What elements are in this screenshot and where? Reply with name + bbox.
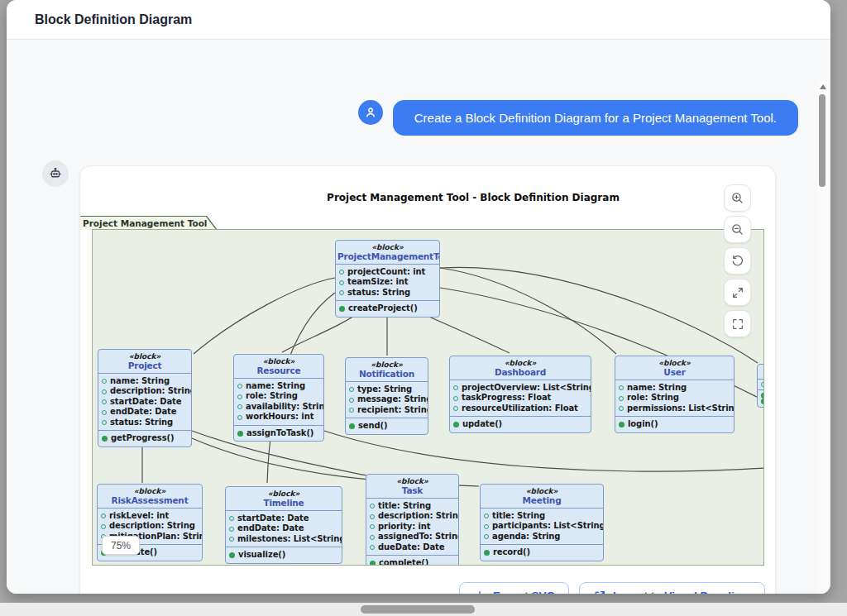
block-header: «block»Task (366, 475, 458, 499)
op-bullet-icon (102, 436, 108, 442)
attr-bullet-icon (484, 513, 489, 518)
operation-row: visualize() (229, 550, 338, 561)
attr-bullet-icon (370, 535, 375, 540)
op-bullet-icon (237, 431, 243, 437)
operation-row: record() (484, 547, 600, 558)
attr-bullet-icon (102, 379, 107, 384)
dialog-body: Create a Block Definition Diagram for a … (7, 40, 830, 594)
attribute-row: resourceUtilization: Float (453, 404, 587, 414)
attribute-row: permissions: List<String> (619, 404, 730, 414)
block-Dashboard[interactable]: «block»DashboardprojectOverview: List<St… (449, 356, 591, 433)
attribute-row: title: String (484, 511, 600, 522)
robot-icon (48, 166, 63, 181)
op-bullet-icon (453, 422, 459, 427)
attribute-row-label: endDate: Date (237, 523, 304, 534)
block-User[interactable]: «block»Username: Stringrole: Stringpermi… (615, 356, 735, 433)
attr-bullet-icon (237, 394, 242, 399)
attribute-row-label: riskLevel: int (109, 511, 169, 522)
block-ops-section: getProgress() (98, 430, 191, 446)
attribute-row-label: description: String (109, 521, 195, 532)
zoom-out-icon (730, 222, 744, 236)
attribute-row: status: String (102, 418, 188, 428)
diagram-tab[interactable]: Project Management Tool (79, 216, 218, 230)
block-stereotype: «block» (227, 489, 340, 498)
user-message-bubble: Create a Block Definition Diagram for a … (393, 100, 798, 136)
scrollbar-up-arrow[interactable] (820, 84, 826, 89)
attribute-row: name: String (102, 376, 188, 387)
zoom-in-button[interactable] (724, 184, 751, 212)
block-Task[interactable]: «block»Tasktitle: Stringdescription: Str… (366, 474, 459, 566)
block-attrs-section: type: Stringmessage: Stringrecipient: St… (346, 382, 428, 418)
attribute-row-label: status: String (347, 288, 410, 298)
block-name: Timeline (227, 498, 340, 509)
export-svg-button[interactable]: Export SVG (459, 582, 569, 594)
attr-bullet-icon (484, 524, 489, 529)
attribute-row (761, 382, 764, 387)
attribute-row: description: String (101, 521, 199, 532)
attr-bullet-icon (102, 399, 107, 404)
attribute-row-label: availability: String (246, 402, 324, 413)
attr-bullet-icon (349, 387, 354, 392)
attribute-row-label: type: String (357, 384, 412, 395)
attribute-row-label: role: String (246, 391, 298, 402)
attr-bullet-icon (339, 290, 344, 295)
attribute-row: milestones: List<String> (229, 534, 338, 545)
attribute-row-label: startDate: Date (110, 397, 181, 408)
attribute-row-label: description: String (378, 511, 459, 522)
diagram-canvas[interactable]: «block»ProjectManagementToolprojectCount… (92, 229, 764, 566)
block-name: User (617, 367, 732, 378)
import-visual-paradigm-button[interactable]: Import to Visual Paradigm (579, 582, 765, 594)
user-avatar (358, 100, 383, 125)
attribute-row-label: participants: List<String> (492, 521, 604, 532)
block-name: Resource (236, 365, 322, 376)
expand-button[interactable] (724, 279, 751, 306)
attribute-row: description: String (370, 511, 455, 522)
op-bullet-icon (349, 423, 355, 429)
attr-bullet-icon (237, 384, 242, 389)
attribute-row-label: workHours: int (246, 412, 313, 423)
bot-message-row (42, 160, 69, 187)
block-Project[interactable]: «block»Projectname: Stringdescription: S… (98, 349, 192, 447)
block-ops-section (758, 389, 764, 407)
block-Notification[interactable]: «block»Notificationtype: Stringmessage: … (345, 357, 428, 435)
attribute-row: projectOverview: List<String> (453, 383, 587, 394)
block-attrs-section (758, 380, 764, 389)
reset-view-button[interactable] (724, 247, 751, 275)
attr-bullet-icon (102, 389, 107, 394)
block-name (759, 367, 764, 377)
attribute-row: dueDate: Date (370, 542, 455, 553)
block-ops-section: send() (346, 418, 428, 434)
vertical-scrollbar-thumb[interactable] (819, 94, 825, 187)
fullscreen-button[interactable] (724, 310, 751, 337)
page: Block Definition Diagram Create a Block … (0, 0, 847, 616)
import-visual-paradigm-label: Import to Visual Paradigm (613, 590, 751, 594)
attribute-row-label: startDate: Date (237, 513, 309, 524)
operation-row (761, 393, 764, 399)
block-ProjectManagementTool[interactable]: «block»ProjectManagementToolprojectCount… (335, 240, 440, 318)
attribute-row-label: teamSize: int (347, 277, 408, 288)
op-bullet-icon (229, 552, 235, 558)
operation-row-label: complete() (379, 558, 428, 566)
operation-row: login() (619, 419, 730, 430)
zoom-toolbar (724, 184, 752, 337)
attr-bullet-icon (370, 545, 375, 550)
attribute-row-label: title: String (378, 501, 431, 512)
operation-row-label: send() (358, 421, 388, 432)
horizontal-scrollbar-thumb[interactable] (361, 605, 475, 614)
block-Timeline[interactable]: «block»TimelinestartDate: DateendDate: D… (225, 486, 342, 564)
horizontal-scrollbar (0, 603, 847, 616)
block-Meeting[interactable]: «block»Meetingtitle: Stringparticipants:… (480, 484, 604, 561)
zoom-level-badge: 75% (102, 536, 140, 555)
block-header: «block»ProjectManagementTool (336, 241, 439, 265)
attribute-row: name: String (237, 381, 320, 392)
block-Resource[interactable]: «block»Resourcename: Stringrole: Stringa… (233, 354, 324, 442)
zoom-out-button[interactable] (724, 216, 751, 243)
block-stereotype: «block» (452, 359, 589, 367)
attribute-row-label: message: String (357, 394, 428, 405)
attribute-row-label: title: String (492, 511, 545, 522)
attribute-row: name: String (619, 383, 730, 394)
diagram-title: Project Management Tool - Block Definiti… (171, 192, 775, 203)
attribute-row: participants: List<String> (484, 521, 600, 532)
attribute-row-label: role: String (627, 393, 679, 404)
block-partial[interactable] (757, 364, 764, 408)
